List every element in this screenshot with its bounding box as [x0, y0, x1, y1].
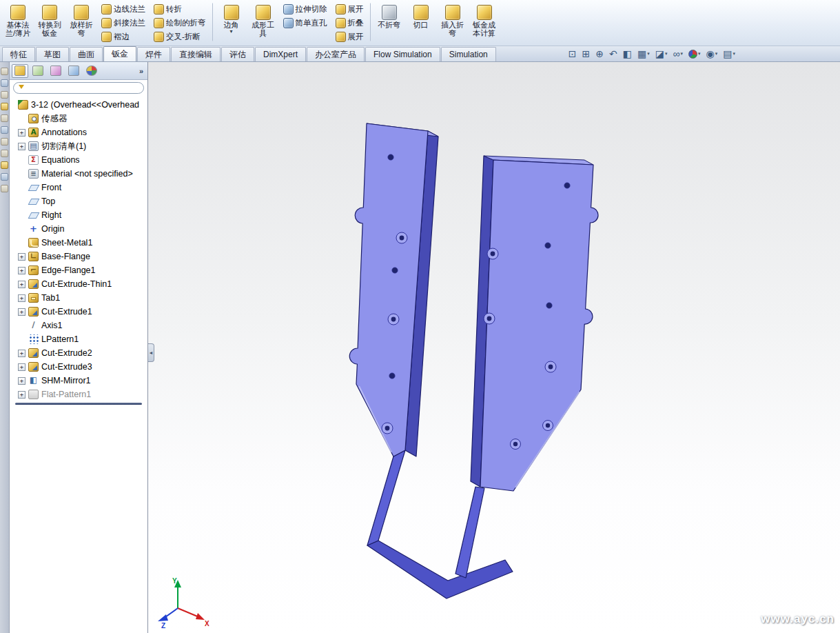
expand-toggle[interactable]: + [18, 129, 25, 137]
tree-item[interactable]: 传感器 [10, 112, 147, 125]
docked-tool-icon[interactable] [1, 114, 8, 122]
tree-item[interactable]: Right [10, 208, 147, 222]
expand-toggle[interactable]: + [18, 143, 25, 150]
previous-view-button[interactable]: ↶ [607, 48, 619, 61]
hide-show-items-button[interactable]: ∞ ▾ [671, 48, 686, 61]
ribbon-tab[interactable]: 特征 [2, 47, 35, 61]
docked-tool-icon[interactable] [1, 185, 8, 192]
more-tabs-chevron[interactable]: » [137, 67, 145, 75]
ribbon-tab[interactable]: 钣金 [103, 46, 136, 61]
miter-flange-button[interactable]: 斜接法兰 [98, 17, 149, 29]
corner-button[interactable]: 边角 ▾ [216, 3, 247, 41]
ribbon-tab[interactable]: 评估 [221, 47, 254, 61]
tree-item[interactable]: + Annotations [10, 125, 147, 139]
displaymanager-tab[interactable] [83, 64, 100, 78]
tree-item[interactable]: Origin [10, 222, 147, 236]
extruded-cut-button[interactable]: 拉伸切除 [280, 3, 331, 15]
ribbon-tab[interactable]: 草图 [36, 47, 69, 61]
rollback-bar[interactable] [15, 403, 142, 405]
tree-item[interactable]: + Flat-Pattern1 [10, 388, 147, 401]
fold-button[interactable]: 折叠 [332, 17, 367, 29]
tree-item[interactable]: + Cut-Extrude-Thin1 [10, 277, 147, 291]
tree-item[interactable]: + SHM-Mirror1 [10, 374, 147, 388]
tree-item[interactable]: Axis1 [10, 319, 147, 332]
ribbon-tab[interactable]: 办公室产品 [307, 47, 365, 61]
edit-appearance-button[interactable]: ▾ [686, 48, 703, 60]
expand-toggle[interactable]: + [18, 281, 25, 288]
tree-filter-input[interactable] [28, 84, 139, 92]
docked-tool-icon[interactable] [1, 103, 8, 110]
tree-item[interactable]: + Cut-Extrude2 [10, 346, 147, 360]
no-bends-button[interactable]: 不折弯 [374, 3, 404, 41]
tree-item[interactable]: LPattern1 [10, 332, 147, 346]
ribbon-tab[interactable]: Flow Simulation [365, 47, 440, 61]
jog-button[interactable]: 转折 [150, 3, 209, 15]
tree-item[interactable]: + Edge-Flange1 [10, 263, 147, 277]
tree-item[interactable]: Equations [10, 153, 147, 167]
ribbon-tab[interactable]: Simulation [441, 47, 496, 61]
graphics-area[interactable]: Y X Z www.ayc.cn [148, 62, 840, 633]
simple-hole-button[interactable]: 简单直孔 [280, 17, 331, 29]
tree-item[interactable]: Top [10, 194, 147, 208]
convert-to-sheet-metal-button[interactable]: 转换到 钣金 [34, 3, 65, 41]
cross-break-button[interactable]: 交叉-折断 [150, 30, 209, 43]
insert-bends-button[interactable]: 插入折 弯 [438, 3, 468, 41]
expand-toggle[interactable]: + [18, 363, 25, 371]
view-orientation-button[interactable]: ▦ ▾ [635, 48, 652, 61]
docked-tool-icon[interactable] [1, 173, 8, 181]
configurationmanager-tab[interactable] [48, 64, 64, 78]
featuremanager-tab[interactable] [12, 64, 28, 78]
tree-item[interactable]: + Tab1 [10, 291, 147, 305]
rip-button[interactable]: 切口 [406, 3, 436, 41]
docked-tool-icon[interactable] [1, 138, 8, 145]
edge-flange-button[interactable]: 边线法兰 [98, 3, 149, 15]
zoom-in-out-button[interactable]: ⊕ [593, 48, 606, 61]
panel-collapse-handle[interactable]: ◄ [148, 343, 154, 362]
expand-toggle[interactable]: + [18, 267, 25, 274]
sheet-metal-costing-button[interactable]: 钣金成 本计算 [469, 3, 500, 41]
forming-tool-button[interactable]: 成形工 具 [248, 3, 278, 41]
docked-tool-icon[interactable] [1, 91, 8, 99]
expand-toggle[interactable]: + [18, 350, 25, 357]
unfold-button[interactable]: 展开 [332, 3, 367, 15]
tree-item[interactable]: + Cut-Extrude1 [10, 305, 147, 319]
tree-item[interactable]: Sheet-Metal1 [10, 236, 147, 250]
expand-toggle[interactable]: + [18, 391, 25, 399]
lofted-bend-button[interactable]: 放样折 弯 [66, 3, 96, 41]
expand-toggle[interactable]: + [18, 294, 25, 302]
docked-tool-icon[interactable] [1, 68, 8, 75]
tree-item[interactable]: + 切割清单(1) [10, 139, 147, 153]
tree-item[interactable]: Material <not specified> [10, 167, 147, 181]
flatten-button[interactable]: 展开 [332, 30, 367, 43]
tree-item[interactable]: + Base-Flange [10, 250, 147, 263]
base-flange-button[interactable]: 基体法 兰/薄片 [3, 3, 33, 41]
zoom-to-area-button[interactable]: ⊞ [580, 48, 593, 61]
ribbon-tab[interactable]: 焊件 [137, 47, 170, 61]
model-view[interactable]: Y X Z [148, 62, 840, 633]
view-settings-button[interactable]: ▤ ▾ [721, 48, 737, 61]
display-style-button[interactable]: ◪ ▾ [653, 48, 670, 61]
tree-item[interactable]: 3-12 (Overhead<<Overhead [10, 98, 147, 112]
hem-button[interactable]: 褶边 [98, 30, 149, 43]
sketched-bend-button[interactable]: 绘制的折弯 [150, 17, 209, 29]
section-view-button[interactable]: ◧ [621, 48, 634, 61]
ribbon-separator[interactable] [370, 3, 371, 41]
expand-toggle[interactable]: + [18, 253, 25, 261]
hole [392, 268, 398, 274]
docked-tool-icon[interactable] [1, 161, 8, 169]
dimxpertmanager-tab[interactable] [65, 64, 82, 78]
apply-scene-button[interactable]: ◉ ▾ [704, 48, 720, 61]
docked-tool-icon[interactable] [1, 126, 8, 134]
expand-toggle[interactable]: + [18, 308, 25, 316]
ribbon-tab[interactable]: DimXpert [255, 47, 306, 61]
zoom-to-fit-button[interactable]: ⊡ [566, 48, 579, 61]
tree-item[interactable]: Front [10, 181, 147, 194]
expand-toggle[interactable]: + [18, 377, 25, 385]
ribbon-tab[interactable]: 直接编辑 [171, 47, 221, 61]
ribbon-tab[interactable]: 曲面 [70, 47, 103, 61]
docked-tool-icon[interactable] [1, 150, 8, 157]
tree-item[interactable]: + Cut-Extrude3 [10, 360, 147, 374]
docked-tool-icon[interactable] [1, 79, 8, 87]
propertymanager-tab[interactable] [30, 64, 46, 78]
ribbon-separator[interactable] [212, 3, 214, 41]
